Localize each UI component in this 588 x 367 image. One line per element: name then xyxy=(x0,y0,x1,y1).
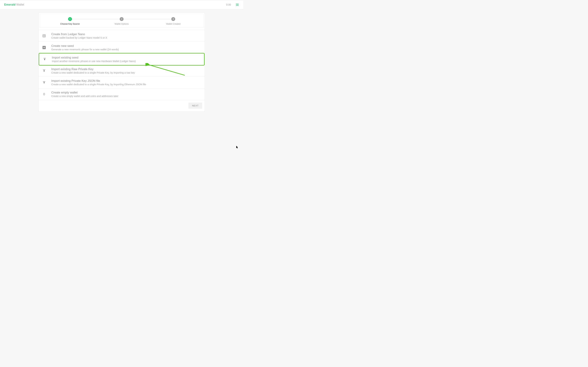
option-raw-key-title: Import existing Raw Private Key xyxy=(51,67,135,71)
balance-display: 0.00 xyxy=(226,3,231,6)
zero-icon: 0 xyxy=(41,92,47,96)
step-3-number: 3 xyxy=(171,17,175,21)
option-empty-wallet-desc: Create a new empty wallet and add coins … xyxy=(51,95,118,98)
top-bar: Emerald Wallet 0.00 xyxy=(0,0,243,9)
step-2-label: Wallet Options xyxy=(96,23,147,25)
step-2: 2 Wallet Options xyxy=(96,17,147,25)
option-ledger-title: Create from Ledger Nano xyxy=(51,33,107,36)
import-icon xyxy=(42,58,48,61)
app-title: Emerald Wallet xyxy=(4,3,24,6)
option-raw-key[interactable]: Import existing Raw Private Key Create a… xyxy=(39,65,205,77)
svg-rect-2 xyxy=(43,58,46,58)
plus-icon xyxy=(41,46,47,49)
option-import-seed[interactable]: Import existing seed Import another mnem… xyxy=(39,53,205,66)
option-ledger-desc: Create wallet backed by Ledger Nano mode… xyxy=(51,36,107,39)
option-raw-key-desc: Create a new wallet dedicated to a singl… xyxy=(51,71,135,74)
app-title-brand: Emerald xyxy=(4,3,16,6)
step-1-label: Choose Key Source xyxy=(44,23,96,25)
option-json-key[interactable]: Import existing Private Key JSON file Cr… xyxy=(39,77,205,88)
option-json-key-title: Import existing Private Key JSON file xyxy=(51,79,146,83)
app-title-suffix: Wallet xyxy=(16,3,24,6)
option-import-seed-title: Import existing seed xyxy=(52,56,136,59)
import-icon xyxy=(41,69,47,72)
option-new-seed-title: Create new seed xyxy=(51,44,119,48)
step-1-number: 1 xyxy=(68,17,72,21)
key-source-options: Create from Ledger Nano Create wallet ba… xyxy=(39,30,205,100)
option-new-seed[interactable]: Create new seed Generate a new mnemonic … xyxy=(39,42,205,53)
next-button[interactable]: NEXT xyxy=(189,103,202,109)
option-empty-wallet-title: Create empty wallet xyxy=(51,91,118,94)
menu-icon[interactable] xyxy=(235,3,240,7)
svg-rect-4 xyxy=(43,81,45,82)
option-new-seed-desc: Generate a new mnemonic phrase for a new… xyxy=(51,48,119,51)
ledger-icon xyxy=(41,34,47,38)
step-1: 1 Choose Key Source xyxy=(44,17,96,25)
step-3-label: Wallet Created xyxy=(147,23,199,25)
option-ledger[interactable]: Create from Ledger Nano Create wallet ba… xyxy=(39,30,205,42)
topbar-right: 0.00 xyxy=(226,3,240,7)
option-import-seed-desc: Import another mnemonic phrase or use ne… xyxy=(52,60,136,63)
wizard-footer: NEXT xyxy=(39,100,205,111)
mouse-cursor xyxy=(236,146,238,149)
option-json-key-desc: Create a new wallet dedicated to a singl… xyxy=(51,83,146,86)
step-2-number: 2 xyxy=(120,17,123,21)
stepper: 1 Choose Key Source 2 Wallet Options 3 W… xyxy=(40,14,204,28)
option-empty-wallet[interactable]: 0 Create empty wallet Create a new empty… xyxy=(39,88,205,100)
wizard-panel: 1 Choose Key Source 2 Wallet Options 3 W… xyxy=(38,13,205,112)
svg-rect-3 xyxy=(43,70,45,70)
step-3: 3 Wallet Created xyxy=(147,17,199,25)
import-icon xyxy=(41,81,47,84)
